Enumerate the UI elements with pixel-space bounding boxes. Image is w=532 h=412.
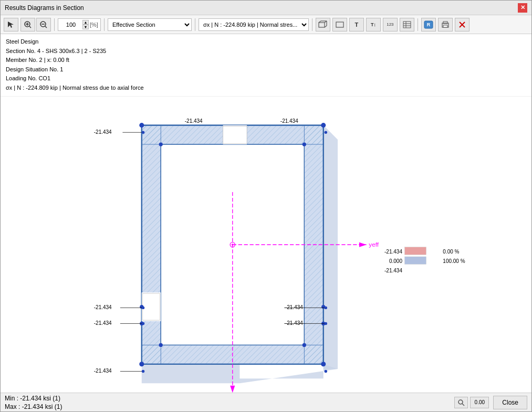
svg-rect-23 bbox=[443, 25, 447, 27]
svg-marker-56 bbox=[230, 385, 235, 393]
view-3d-button[interactable] bbox=[316, 18, 330, 31]
legend-percent-1: 0.00 % bbox=[443, 248, 459, 254]
zoom-out-button[interactable] bbox=[36, 18, 51, 31]
section-type-dropdown[interactable]: Effective Section Gross Section bbox=[108, 18, 192, 31]
zoom-in-icon bbox=[24, 20, 32, 29]
numbers-icon: 123 bbox=[387, 22, 393, 27]
value-display-label: 0.00 bbox=[475, 399, 485, 405]
svg-point-60 bbox=[142, 131, 144, 133]
view-2d-button[interactable] bbox=[332, 18, 347, 31]
info-line-1: Steel Design bbox=[6, 37, 526, 47]
legend-value-2: 0.000 bbox=[389, 258, 402, 263]
value-top-center: -21.434 bbox=[185, 118, 203, 124]
window-close-button[interactable]: ✕ bbox=[518, 3, 527, 13]
print-button[interactable] bbox=[438, 18, 453, 31]
info-line-5: Loading No. CO1 bbox=[6, 74, 526, 83]
svg-point-42 bbox=[321, 123, 326, 128]
svg-line-76 bbox=[462, 404, 464, 406]
svg-line-6 bbox=[45, 26, 47, 28]
value-top-left: -21.434 bbox=[94, 129, 112, 135]
svg-line-2 bbox=[29, 26, 31, 28]
content-area: Steel Design Section No. 4 - SHS 300x6.3… bbox=[1, 34, 531, 393]
table-icon bbox=[403, 21, 411, 28]
value-mid-right-upper: -21.434 bbox=[285, 304, 303, 310]
svg-point-71 bbox=[325, 369, 327, 372]
info-line-2: Section No. 4 - SHS 300x6.3 | 2 - S235 bbox=[6, 47, 526, 56]
svg-point-75 bbox=[458, 400, 463, 404]
svg-point-62 bbox=[142, 306, 144, 309]
value-bottom-left: -21.434 bbox=[94, 368, 112, 374]
svg-point-66 bbox=[325, 306, 327, 309]
svg-marker-27 bbox=[142, 364, 338, 383]
svg-point-46 bbox=[302, 142, 306, 146]
zoom-spinners[interactable]: ▲ ▼ bbox=[82, 20, 89, 29]
bottom-bar: Min : -21.434 ksi (1) Max : -21.434 ksi … bbox=[1, 393, 531, 411]
svg-point-64 bbox=[142, 322, 144, 324]
svg-rect-39 bbox=[223, 126, 247, 143]
svg-point-47 bbox=[159, 343, 163, 346]
zoom-out-icon bbox=[39, 20, 48, 29]
min-value-label: Min : -21.434 ksi (1) bbox=[5, 395, 62, 402]
zoom-input[interactable] bbox=[60, 22, 81, 28]
value-mid-right-lower: -21.434 bbox=[285, 320, 303, 326]
svg-rect-8 bbox=[319, 23, 325, 27]
svg-point-70 bbox=[142, 369, 144, 372]
svg-point-45 bbox=[159, 142, 163, 146]
text-size-icon: T↕ bbox=[371, 22, 376, 27]
table-button[interactable] bbox=[400, 18, 414, 31]
close-tool-button[interactable] bbox=[455, 18, 470, 31]
svg-text:R: R bbox=[427, 22, 431, 27]
separator-5 bbox=[418, 18, 418, 31]
toolbar: ▲ ▼ [%] Effective Section Gross Section … bbox=[1, 15, 531, 34]
legend-value-3: -21.434 bbox=[384, 268, 402, 273]
separator-2 bbox=[104, 18, 105, 31]
svg-marker-0 bbox=[8, 22, 14, 28]
window-title: Results Diagrams in Section bbox=[5, 4, 84, 12]
value-top-right: -21.434 bbox=[280, 118, 298, 124]
svg-rect-74 bbox=[405, 257, 426, 265]
legend-percent-2: 100.00 % bbox=[443, 258, 465, 263]
numbers-button[interactable]: 123 bbox=[383, 18, 398, 31]
2d-view-icon bbox=[335, 20, 345, 29]
info-line-4: Design Situation No. 1 bbox=[6, 65, 526, 75]
value-display-button[interactable]: 0.00 bbox=[470, 397, 489, 408]
separator-4 bbox=[312, 18, 312, 31]
svg-marker-55 bbox=[359, 242, 367, 247]
value-mid-left-lower: -21.434 bbox=[94, 320, 112, 326]
zoom-control[interactable]: ▲ ▼ [%] bbox=[58, 18, 101, 31]
zoom-down-arrow[interactable]: ▼ bbox=[82, 25, 89, 29]
separator-1 bbox=[54, 18, 55, 31]
title-bar: Results Diagrams in Section ✕ bbox=[1, 1, 531, 15]
value-mid-left-upper: -21.434 bbox=[94, 304, 112, 310]
info-bar: Steel Design Section No. 4 - SHS 300x6.3… bbox=[1, 34, 531, 97]
magnify-icon bbox=[457, 399, 465, 406]
zoom-unit-label: [%] bbox=[90, 22, 98, 28]
svg-point-72 bbox=[325, 131, 327, 133]
select-tool-button[interactable] bbox=[4, 18, 18, 31]
svg-point-41 bbox=[139, 123, 144, 128]
svg-rect-33 bbox=[142, 125, 161, 364]
stress-type-dropdown[interactable]: σx | N : -224.809 kip | Normal stres... bbox=[199, 18, 309, 31]
svg-point-44 bbox=[321, 362, 326, 366]
info-line-6: σx | N : -224.809 kip | Normal stress du… bbox=[6, 83, 526, 93]
y-axis-label: yeff bbox=[369, 240, 379, 248]
3d-view-icon bbox=[318, 20, 328, 29]
magnify-button[interactable] bbox=[454, 397, 468, 408]
max-value-label: Max : -21.434 ksi (1) bbox=[5, 403, 62, 410]
svg-point-68 bbox=[325, 322, 327, 324]
diagram-area: yeff Zeff -21.434 -21.434 -21.434 -21.43… bbox=[1, 97, 531, 393]
zoom-up-arrow[interactable]: ▲ bbox=[82, 20, 89, 25]
export-button[interactable]: R bbox=[421, 18, 436, 31]
zoom-in-button[interactable] bbox=[20, 18, 35, 31]
close-button[interactable]: Close bbox=[493, 396, 527, 409]
svg-point-48 bbox=[302, 343, 306, 346]
separator-3 bbox=[195, 18, 195, 31]
text-tool-button[interactable]: T bbox=[349, 18, 364, 31]
main-window: Results Diagrams in Section ✕ ▲ ▼ [%] bbox=[0, 0, 532, 412]
print-icon bbox=[441, 20, 450, 29]
cross-section-svg: yeff Zeff -21.434 -21.434 -21.434 -21.43… bbox=[1, 97, 531, 393]
legend-value-1: -21.434 bbox=[384, 248, 402, 254]
text-icon: T bbox=[355, 22, 359, 28]
text-size-button[interactable]: T↕ bbox=[366, 18, 381, 31]
svg-rect-73 bbox=[405, 247, 426, 255]
